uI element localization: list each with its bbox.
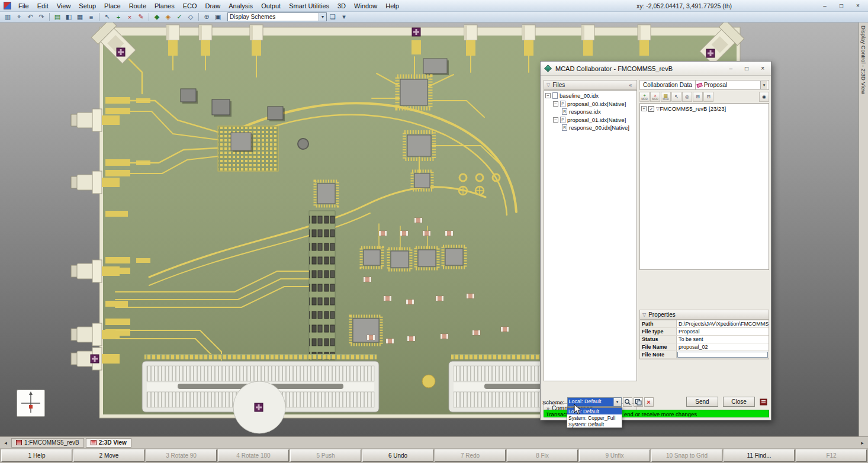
menu-item[interactable]: Analysis [224, 1, 257, 11]
close-button[interactable]: × [854, 2, 862, 9]
tab-3d-view[interactable]: 2:3D View [86, 438, 131, 448]
menu-item[interactable]: Smart Utilities [285, 1, 333, 11]
function-key-button[interactable]: 1 Help [1, 449, 72, 462]
tree-expand-all-icon[interactable]: ⊞ [693, 92, 703, 102]
editor-control-icon[interactable]: ≡ [86, 12, 97, 22]
function-key-button[interactable]: 4 Rotate 180 [218, 449, 289, 462]
scheme-zoom-button[interactable] [623, 397, 632, 407]
tree-item[interactable]: R response.idx [544, 108, 636, 116]
tree-item[interactable]: − P proposal_00.idx[Native] [544, 100, 636, 108]
save-icon[interactable]: ▥ [2, 12, 13, 22]
function-key-button[interactable]: 9 Unfix [579, 449, 650, 462]
scheme-delete-button[interactable]: × [644, 397, 654, 407]
tree-item[interactable]: + ✓ ▽ FMCOMMS5_revB [23/23] [640, 105, 769, 113]
toolbar-overflow-icon[interactable]: ▾ [339, 12, 349, 22]
chevron-down-icon[interactable]: ▾ [319, 13, 326, 21]
dialog-titlebar[interactable]: MCAD Collaborator - FMCOMMS5_revB – □ × [541, 62, 771, 76]
spell-check-icon[interactable]: ✓ [174, 12, 185, 22]
board-view-icon[interactable]: ▣ [213, 12, 223, 22]
measure-icon[interactable]: ◇ [185, 12, 196, 22]
dialog-minimize-button[interactable]: – [729, 65, 733, 72]
function-key-button[interactable]: 10 Snap to Grid [651, 449, 722, 462]
add-mod-icon[interactable]: +MOD [639, 92, 650, 102]
restore-button[interactable]: □ [837, 2, 846, 9]
globe-icon[interactable]: ◉ [759, 92, 769, 102]
function-key-button[interactable]: 6 Undo [362, 449, 433, 462]
place-parts-icon[interactable]: ◧ [63, 12, 74, 22]
menu-item[interactable]: Draw [201, 1, 224, 11]
transaction-book-icon[interactable] [760, 398, 768, 406]
display-control-icon[interactable]: ▦ [75, 12, 85, 22]
zoom-icon[interactable]: ⊕ [201, 12, 212, 22]
delete-icon[interactable]: × [124, 12, 135, 22]
files-tree[interactable]: − baseline_00.idx − P proposal_00.idx[Na… [544, 90, 637, 381]
tree-item[interactable]: R response_00.idx[Native] [544, 124, 636, 132]
function-key-button[interactable]: 3 Rotate 90 [146, 449, 217, 462]
tree-item-label: proposal_00.idx[Native] [567, 101, 626, 107]
tree-expander-icon[interactable]: − [545, 93, 551, 98]
display-control-tab-label[interactable]: Display Control - 2:3D View [860, 25, 867, 94]
dialog-close-button[interactable]: × [761, 65, 764, 72]
tree-expander-icon[interactable]: + [641, 106, 647, 111]
collaboration-filter-combobox[interactable]: Proposal ▾ [696, 80, 769, 90]
delete-mod-icon[interactable]: ×MOD [650, 92, 660, 102]
menu-item[interactable]: View [53, 1, 75, 11]
file-icon: R [562, 124, 567, 131]
properties-header: ▽ Properties [639, 310, 769, 320]
tree-item[interactable]: − P proposal_01.idx[Native] [544, 116, 636, 124]
filter-mod-icon[interactable]: ▦MOD [661, 92, 671, 102]
function-key-button[interactable]: 11 Find... [724, 449, 795, 462]
collapse-panel-icon[interactable]: « [627, 82, 634, 88]
send-button[interactable]: Send [686, 397, 718, 407]
select-mode-icon[interactable]: ↖ [102, 12, 112, 22]
tab-board-view[interactable]: 1:FMCOMMS5_revB [11, 438, 84, 448]
via-mode-icon[interactable]: ◈ [163, 12, 173, 22]
part-lister-icon[interactable]: ▤ [52, 12, 63, 22]
menu-item[interactable]: Window [350, 1, 381, 11]
menu-item[interactable]: Help [381, 1, 403, 11]
function-key-button[interactable]: 7 Redo [435, 449, 506, 462]
display-control-strip[interactable]: Display Control - 2:3D View [859, 22, 868, 436]
collaboration-tree[interactable]: + ✓ ▽ FMCOMMS5_revB [23/23] [639, 103, 769, 270]
print-icon[interactable]: ❏ [327, 12, 338, 22]
minimize-button[interactable]: – [821, 2, 829, 9]
tree-expander-icon[interactable]: − [553, 101, 558, 107]
scheme-option[interactable]: System: Default [567, 421, 622, 427]
redo-icon[interactable]: ↷ [36, 12, 47, 22]
menu-item[interactable]: Place [100, 1, 125, 11]
chevron-down-icon[interactable]: ▾ [760, 81, 767, 89]
file-note-input[interactable] [677, 352, 768, 358]
function-key-button[interactable]: F12 [796, 449, 867, 462]
tree-expander-icon[interactable]: − [553, 117, 558, 123]
dialog-maximize-button[interactable]: □ [745, 65, 748, 72]
close-action-button[interactable]: Close [723, 397, 755, 407]
properties-grid: Path D:\Projects\JAV\Xpedition\FMCOMMS5.… [639, 320, 769, 359]
menu-item[interactable]: 3D [333, 1, 350, 11]
menu-item[interactable]: File [14, 1, 33, 11]
menu-item[interactable]: Setup [75, 1, 100, 11]
function-key-button[interactable]: 8 Fix [507, 449, 578, 462]
display-schemes-combobox[interactable]: Display Schemes ▾ [227, 12, 327, 21]
menu-item[interactable]: ECO [179, 1, 201, 11]
function-key-button[interactable]: 5 Push [290, 449, 361, 462]
sync-icon[interactable]: ◎ [682, 92, 692, 102]
route-mode-icon[interactable]: ◆ [152, 12, 162, 22]
draw-icon[interactable]: ✎ [136, 12, 146, 22]
item-checkbox[interactable]: ✓ [648, 106, 654, 112]
tab-scroll-right-icon[interactable]: ▸ [859, 440, 866, 446]
tree-collapse-all-icon[interactable]: ⊟ [703, 92, 713, 102]
chevron-down-icon[interactable]: ▾ [613, 398, 621, 406]
menu-item[interactable]: Route [125, 1, 150, 11]
undo-icon[interactable]: ↶ [25, 12, 36, 22]
find-icon[interactable]: ⌖ [14, 12, 24, 22]
add-icon[interactable]: + [113, 12, 124, 22]
menu-item[interactable]: Planes [150, 1, 179, 11]
tab-scroll-left-icon[interactable]: ◂ [2, 440, 9, 446]
menu-item[interactable]: Output [257, 1, 285, 11]
select-arrow-icon[interactable]: ↖ [671, 92, 681, 102]
function-key-button[interactable]: 2 Move [73, 449, 144, 462]
scheme-copy-button[interactable] [634, 397, 643, 407]
property-value: proposal_02 [677, 343, 769, 351]
tree-item[interactable]: − baseline_00.idx [544, 92, 636, 100]
menu-item[interactable]: Edit [33, 1, 53, 11]
